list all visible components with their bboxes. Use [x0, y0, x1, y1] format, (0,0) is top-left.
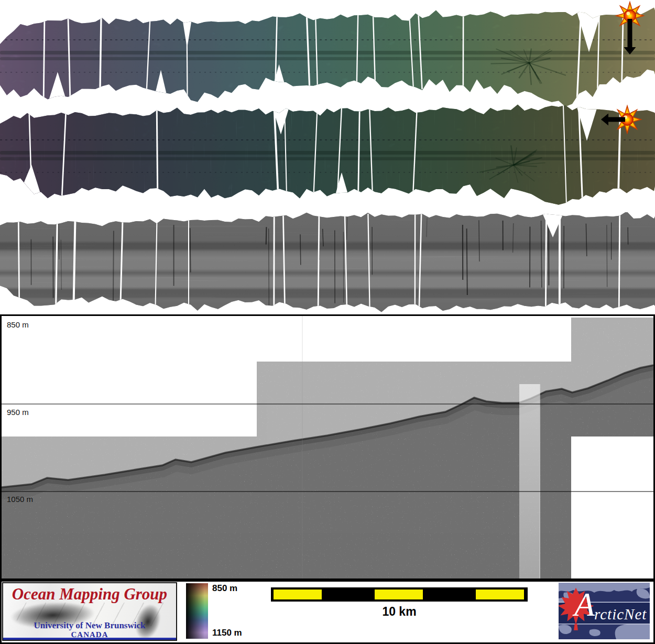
ocean-mapping-group-logo: Ocean Mapping Group University of New Br…	[2, 582, 177, 641]
omg-university: University of New Brunswick	[3, 620, 176, 631]
arcticnet-initial: A	[574, 588, 595, 621]
depth-label-1050: 1050 m	[7, 495, 33, 504]
figure: 850 m 950 m 1050 m Ocean Mapping Group U…	[0, 0, 655, 644]
arcticnet-name: rcticNet	[594, 606, 647, 623]
scale-bar-segment	[274, 590, 322, 599]
subbottom-profile-image	[2, 316, 653, 578]
colorbar-bottom-label: 1150 m	[212, 628, 242, 638]
scale-bar-segment	[375, 590, 423, 599]
backscatter-panel	[0, 212, 655, 314]
omg-title: Ocean Mapping Group	[3, 585, 176, 604]
bathymetry-swath-top-panel	[0, 0, 655, 107]
colorbar-top-label: 850 m	[212, 583, 237, 594]
arcticnet-logo: A rcticNet	[559, 583, 650, 639]
subbottom-profile-panel: 850 m 950 m 1050 m	[0, 314, 655, 580]
scale-bar	[271, 587, 528, 602]
depth-colorbar	[186, 583, 208, 639]
depth-label-950: 950 m	[7, 408, 29, 417]
bathymetry-swath-second-panel	[0, 102, 655, 215]
scale-bar-segment	[476, 590, 524, 599]
legend-strip: Ocean Mapping Group University of New Br…	[0, 580, 655, 644]
scale-bar-label: 10 km	[271, 605, 528, 619]
logo-bottom-strip	[3, 638, 176, 640]
depth-label-850: 850 m	[7, 320, 29, 329]
colorbar-shading	[186, 583, 208, 639]
